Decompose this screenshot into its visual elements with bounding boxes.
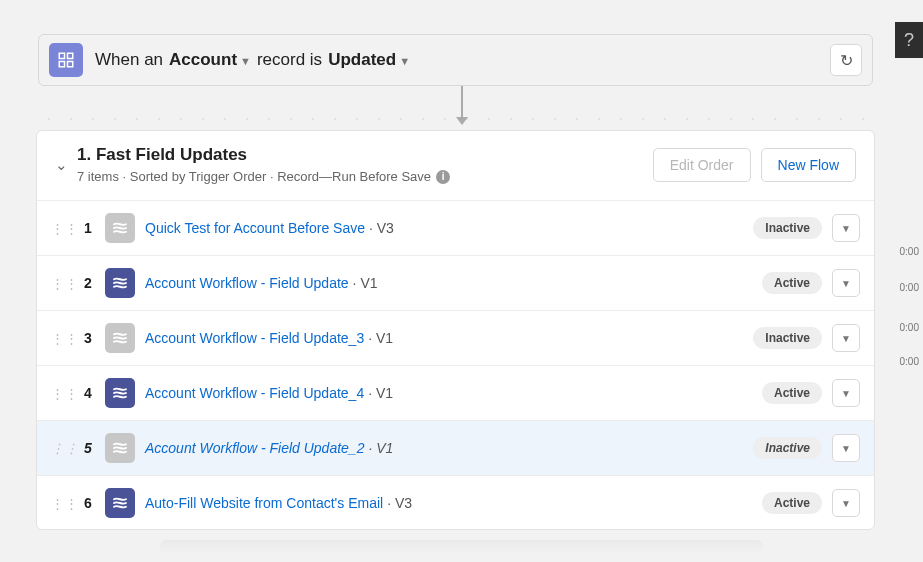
flow-row: ⋮⋮6Auto-Fill Website from Contact's Emai… <box>37 476 874 529</box>
flow-row: ⋮⋮5Account Workflow - Field Update_2 · V… <box>37 421 874 476</box>
row-number: 6 <box>71 495 105 511</box>
chevron-down-icon: ▼ <box>841 443 851 454</box>
info-icon[interactable]: i <box>436 170 450 184</box>
status-badge: Inactive <box>753 217 822 239</box>
flow-link[interactable]: Quick Test for Account Before Save <box>145 220 365 236</box>
drag-handle-icon[interactable]: ⋮⋮ <box>51 221 71 236</box>
trigger-mid: record is <box>257 50 322 70</box>
status-badge: Inactive <box>753 327 822 349</box>
row-menu-button[interactable]: ▼ <box>832 379 860 407</box>
chevron-down-icon: ▼ <box>841 498 851 509</box>
side-timestamp: 0:00 <box>896 354 923 369</box>
flow-rows: ⋮⋮1Quick Test for Account Before Save · … <box>37 201 874 529</box>
svg-rect-3 <box>68 62 73 67</box>
flow-row: ⋮⋮4Account Workflow - Field Update_4 · V… <box>37 366 874 421</box>
status-badge: Active <box>762 272 822 294</box>
drag-handle-icon[interactable]: ⋮⋮ <box>51 276 71 291</box>
drag-handle-icon[interactable]: ⋮⋮ <box>51 331 71 346</box>
drag-handle-icon[interactable]: ⋮⋮ <box>51 496 71 511</box>
edit-order-button[interactable]: Edit Order <box>653 148 751 182</box>
flow-row: ⋮⋮2Account Workflow - Field Update · V1A… <box>37 256 874 311</box>
status-badge: Inactive <box>753 437 822 459</box>
svg-rect-2 <box>59 62 64 67</box>
flow-version: · V1 <box>368 440 393 456</box>
row-menu-button[interactable]: ▼ <box>832 489 860 517</box>
fast-field-updates-panel: ⌄ 1. Fast Field Updates 7 items · Sorted… <box>36 130 875 530</box>
help-button[interactable]: ? <box>895 22 923 58</box>
record-trigger-icon <box>49 43 83 77</box>
flow-icon <box>105 323 135 353</box>
trigger-text: When an Account▼ record is Updated▼ <box>95 50 410 70</box>
flow-icon <box>105 213 135 243</box>
flow-version: · V1 <box>368 385 393 401</box>
side-timestamp: 0:00 <box>896 244 923 259</box>
chevron-down-icon: ▼ <box>841 388 851 399</box>
svg-rect-1 <box>68 53 73 58</box>
refresh-button[interactable]: ↻ <box>830 44 862 76</box>
flow-row: ⋮⋮1Quick Test for Account Before Save · … <box>37 201 874 256</box>
row-number: 2 <box>71 275 105 291</box>
new-flow-button[interactable]: New Flow <box>761 148 856 182</box>
panel-subtitle: 7 items · Sorted by Trigger Order · Reco… <box>77 169 450 184</box>
row-number: 5 <box>71 440 105 456</box>
trigger-action-picker[interactable]: Updated▼ <box>328 50 410 70</box>
panel-title: 1. Fast Field Updates <box>77 145 450 165</box>
row-menu-button[interactable]: ▼ <box>832 214 860 242</box>
status-badge: Active <box>762 492 822 514</box>
flow-icon <box>105 268 135 298</box>
flow-row: ⋮⋮3Account Workflow - Field Update_3 · V… <box>37 311 874 366</box>
trigger-object: Account <box>169 50 237 69</box>
flow-version: · V3 <box>369 220 394 236</box>
drag-handle-icon[interactable]: ⋮⋮ <box>51 386 71 401</box>
collapse-toggle[interactable]: ⌄ <box>49 156 73 174</box>
chevron-down-icon: ⌄ <box>55 156 68 173</box>
flow-icon <box>105 378 135 408</box>
row-menu-button[interactable]: ▼ <box>832 269 860 297</box>
side-timestamp: 0:00 <box>896 280 923 295</box>
status-badge: Active <box>762 382 822 404</box>
flow-link[interactable]: Account Workflow - Field Update_3 <box>145 330 364 346</box>
flow-link[interactable]: Account Workflow - Field Update_4 <box>145 385 364 401</box>
trigger-action: Updated <box>328 50 396 69</box>
row-menu-button[interactable]: ▼ <box>832 324 860 352</box>
panel-subtitle-text: 7 items · Sorted by Trigger Order · Reco… <box>77 169 431 184</box>
panel-actions: Edit Order New Flow <box>653 148 856 182</box>
side-timestamp: 0:00 <box>896 320 923 335</box>
chevron-down-icon: ▼ <box>240 55 251 67</box>
trigger-prefix: When an <box>95 50 163 70</box>
chevron-down-icon: ▼ <box>841 333 851 344</box>
panel-header: ⌄ 1. Fast Field Updates 7 items · Sorted… <box>37 131 874 201</box>
svg-rect-0 <box>59 53 64 58</box>
row-number: 3 <box>71 330 105 346</box>
trigger-bar: When an Account▼ record is Updated▼ ↻ <box>38 34 873 86</box>
flow-link[interactable]: Account Workflow - Field Update_2 <box>145 440 364 456</box>
panel-heading-block: 1. Fast Field Updates 7 items · Sorted b… <box>77 145 450 184</box>
trigger-object-picker[interactable]: Account▼ <box>169 50 251 70</box>
bottom-shadow <box>160 540 763 554</box>
flow-icon <box>105 433 135 463</box>
flow-link[interactable]: Account Workflow - Field Update <box>145 275 349 291</box>
flow-version: · V3 <box>387 495 412 511</box>
chevron-down-icon: ▼ <box>841 223 851 234</box>
flow-version: · V1 <box>353 275 378 291</box>
arrow-down-icon <box>461 86 463 124</box>
row-menu-button[interactable]: ▼ <box>832 434 860 462</box>
refresh-icon: ↻ <box>840 51 853 70</box>
chevron-down-icon: ▼ <box>399 55 410 67</box>
flow-link[interactable]: Auto-Fill Website from Contact's Email <box>145 495 383 511</box>
row-number: 1 <box>71 220 105 236</box>
row-number: 4 <box>71 385 105 401</box>
flow-version: · V1 <box>368 330 393 346</box>
drag-handle-icon[interactable]: ⋮⋮ <box>51 441 71 456</box>
chevron-down-icon: ▼ <box>841 278 851 289</box>
flow-icon <box>105 488 135 518</box>
